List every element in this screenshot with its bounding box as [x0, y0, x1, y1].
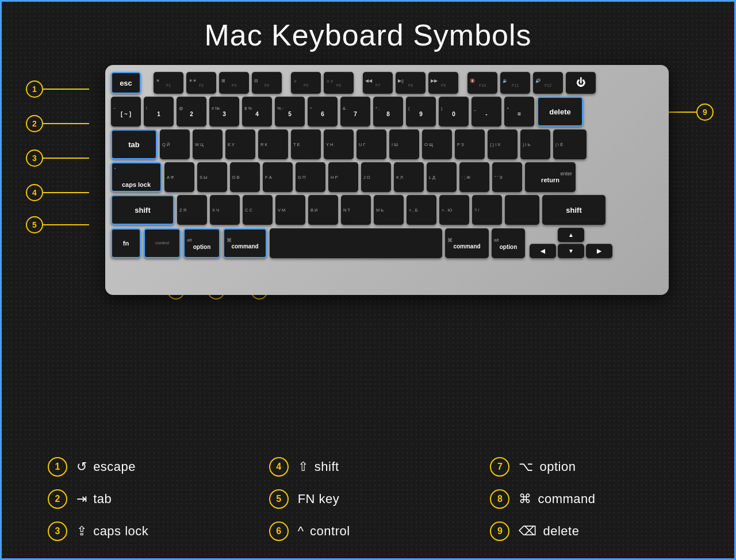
key-u[interactable]: U Г	[356, 129, 386, 159]
legend-num-7: 7	[490, 457, 509, 477]
key-f1[interactable]: ☀ F1	[154, 72, 183, 94]
key-rbracket[interactable]: } І Ь	[520, 129, 550, 159]
key-f[interactable]: F А	[263, 162, 293, 192]
key-i[interactable]: I Ш	[389, 129, 419, 159]
key-k[interactable]: K Л	[394, 162, 424, 192]
key-v[interactable]: V М	[275, 195, 305, 225]
annotation-1: 1	[26, 80, 43, 98]
key-esc[interactable]: esc	[111, 72, 141, 94]
key-fn[interactable]: fn	[111, 228, 141, 258]
key-f9[interactable]: ▶▶ F9	[428, 72, 458, 94]
legend-symbol-8: ⌘	[519, 492, 532, 506]
key-l[interactable]: L Д	[427, 162, 457, 192]
key-arrow-right[interactable]: ▶	[586, 244, 612, 258]
key-m[interactable]: M Ь	[374, 195, 404, 225]
key-f10[interactable]: 🔇 F10	[467, 72, 497, 94]
key-command-right[interactable]: ⌘ command	[445, 228, 489, 258]
key-power[interactable]: ⏻	[566, 72, 596, 94]
key-1[interactable]: ! 1	[144, 97, 174, 126]
annotation-4: 4	[26, 184, 43, 201]
key-3[interactable]: # № 3	[209, 97, 239, 126]
key-command-left[interactable]: ⌘ command	[223, 228, 267, 258]
key-7[interactable]: & . 7	[340, 97, 370, 126]
legend-symbol-4: ⇧	[298, 459, 309, 474]
key-z[interactable]: Z Я	[177, 195, 207, 225]
key-a[interactable]: A Ф	[164, 162, 194, 192]
key-tab[interactable]: tab	[111, 129, 157, 159]
key-8[interactable]: * ; 8	[373, 97, 403, 126]
key-p[interactable]: P З	[455, 129, 485, 159]
key-g[interactable]: G П	[296, 162, 325, 192]
key-f7[interactable]: ◀◀ F7	[363, 72, 393, 94]
key-arrow-up[interactable]: ▲	[558, 228, 584, 242]
arrow-keys: ▲ ◀ ▼ ▶	[530, 228, 612, 258]
legend-text-2: ⇥ tab	[76, 492, 112, 507]
key-0[interactable]: ) 0	[439, 97, 469, 126]
key-f6[interactable]: ☼☼ F6	[324, 72, 354, 94]
key-lbracket[interactable]: { } І Х	[488, 129, 518, 159]
key-s[interactable]: S Ы	[197, 162, 227, 192]
key-9[interactable]: ( 9	[406, 97, 436, 126]
key-q[interactable]: Q Й	[160, 129, 190, 159]
key-semicolon[interactable]: : ; Ж	[459, 162, 489, 192]
legend-text-3: ⇪ caps lock	[76, 524, 148, 539]
key-arrow-down[interactable]: ▼	[558, 244, 584, 258]
key-d[interactable]: D В	[230, 162, 260, 192]
key-f4[interactable]: ⊟ F4	[252, 72, 282, 94]
legend-num-2: 2	[48, 489, 67, 509]
key-b[interactable]: B И	[308, 195, 338, 225]
key-4[interactable]: $ % 4	[242, 97, 272, 126]
key-quote[interactable]: " ' Э	[492, 162, 522, 192]
key-arrow-left[interactable]: ◀	[530, 244, 556, 258]
key-shift-right[interactable]: shift	[542, 195, 605, 225]
fn-row: esc ☀ F1 ☀☀ F2 ⊞ F3 ⊟ F4 ☼ F5	[111, 72, 663, 94]
legend-item-2: 2 ⇥ tab	[48, 489, 246, 509]
key-f3[interactable]: ⊞ F3	[219, 72, 249, 94]
legend-text-9: ⌫ delete	[519, 524, 579, 539]
key-w[interactable]: W Ц	[193, 129, 223, 159]
key-j[interactable]: J О	[361, 162, 391, 192]
legend-text-7: ⌥ option	[519, 459, 576, 474]
legend-num-6: 6	[269, 521, 289, 541]
key-tilde[interactable]: ~ [ ~ ]	[111, 97, 141, 126]
key-option-left[interactable]: alt option	[183, 228, 220, 258]
key-period[interactable]: > . Ю	[439, 195, 469, 225]
key-t[interactable]: T Е	[291, 129, 321, 159]
key-enter[interactable]: enter return	[525, 162, 576, 192]
key-backslash[interactable]: | \ Ё	[553, 129, 586, 159]
legend-symbol-6: ^	[298, 524, 304, 538]
key-f11[interactable]: 🔉 F11	[500, 72, 530, 94]
key-f2[interactable]: ☀☀ F2	[186, 72, 216, 94]
key-f12[interactable]: 🔊 F12	[533, 72, 563, 94]
key-extra[interactable]	[505, 195, 539, 225]
legend-text-4: ⇧ shift	[298, 459, 339, 474]
key-n[interactable]: N Т	[341, 195, 371, 225]
legend-num-9: 9	[490, 521, 509, 541]
key-5[interactable]: % : 5	[275, 97, 305, 126]
key-o[interactable]: O Щ	[422, 129, 452, 159]
key-space[interactable]	[270, 228, 442, 258]
key-option-right[interactable]: alt option	[492, 228, 525, 258]
number-row: ~ [ ~ ] ! 1 @ 2 # № 3 $ % 4 % : 5	[111, 97, 663, 126]
key-delete[interactable]: delete	[537, 97, 583, 126]
key-shift-left[interactable]: shift	[111, 195, 174, 225]
key-h[interactable]: H Р	[328, 162, 358, 192]
key-minus[interactable]: _ -	[471, 97, 501, 126]
key-6[interactable]: ^ 6	[308, 97, 338, 126]
key-comma[interactable]: < , Б	[407, 195, 436, 225]
key-control[interactable]: control	[144, 228, 181, 258]
key-y[interactable]: Y Н	[324, 129, 354, 159]
keyboard: esc ☀ F1 ☀☀ F2 ⊞ F3 ⊟ F4 ☼ F5	[105, 65, 669, 295]
key-x[interactable]: X Ч	[210, 195, 240, 225]
key-2[interactable]: @ 2	[177, 97, 206, 126]
key-c[interactable]: C С	[243, 195, 273, 225]
key-slash[interactable]: ? /	[472, 195, 502, 225]
legend-symbol-3: ⇪	[76, 524, 87, 538]
key-r[interactable]: R К	[258, 129, 288, 159]
modifier-row: fn control alt option ⌘ command ⌘ comman…	[111, 228, 663, 258]
key-f5[interactable]: ☼ F5	[291, 72, 321, 94]
key-capslock[interactable]: • caps lock	[111, 162, 162, 192]
key-e[interactable]: E У	[225, 129, 255, 159]
key-f8[interactable]: ▶|| F8	[396, 72, 425, 94]
key-equals[interactable]: + =	[504, 97, 534, 126]
